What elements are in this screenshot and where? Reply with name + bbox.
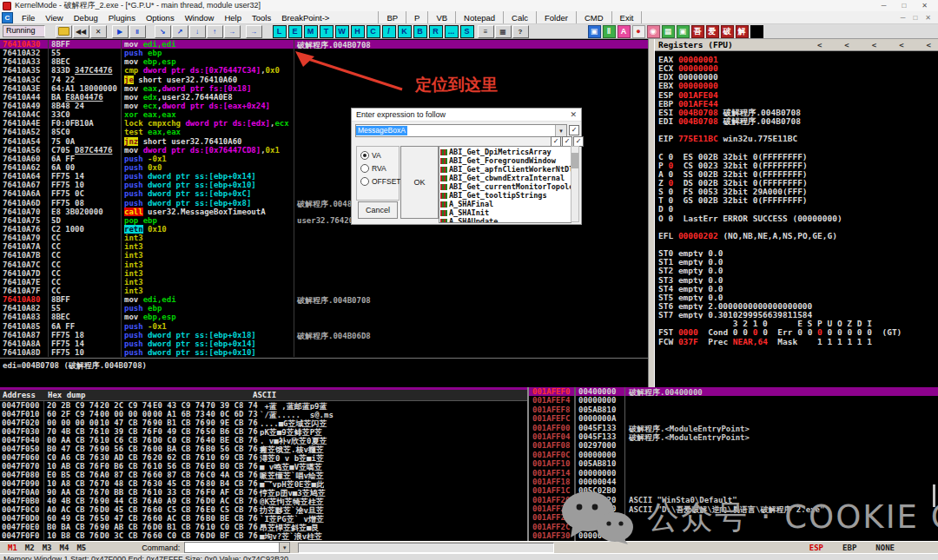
stack-row[interactable]: 001AFF24005B8710ASCII "D:\吾爱破解\逆向\易语言\破解… [529, 504, 938, 513]
disasm-row[interactable]: 76410A7BCCint3 [0, 251, 648, 260]
jie-icon[interactable]: 解 [736, 25, 749, 38]
option-checkbox-1[interactable]: ✓ [569, 125, 579, 135]
dialog-title-bar[interactable]: Enter expression to follow ✕ [352, 109, 581, 122]
register-line[interactable]: ST5 empty 0.0 [658, 293, 938, 301]
register-line[interactable]: ESI 004B0708 破解程序.004B0708 [658, 108, 938, 116]
open-file-button[interactable] [56, 25, 72, 38]
disasm-row[interactable]: 76410A35833D 347C4476cmp dword ptr ds:[0… [0, 66, 648, 75]
stack-row[interactable]: 001AFF10005AB810 [529, 459, 938, 468]
disasm-row[interactable]: 76410A7DCCint3 [0, 269, 648, 278]
letter-button-C[interactable]: C [367, 25, 380, 38]
hex-dump-row[interactable]: 0047F07010 AB CB 76F0 B6 CB 7610 56 CB 7… [0, 462, 527, 471]
hex-dump-row[interactable]: 0047F01060 2F C9 7400 00 00 0000 A1 6B 7… [0, 410, 527, 418]
rewind-button[interactable]: ◀◀ [73, 25, 89, 38]
letter-button-T[interactable]: T [320, 25, 334, 38]
record-icon[interactable]: ● [632, 25, 645, 38]
register-line[interactable] [658, 222, 938, 231]
letter-button-B[interactable]: B [413, 25, 427, 38]
stack-row[interactable]: 001AFF000045F133破解程序.<ModuleEntryPoint> [529, 424, 938, 432]
hex-dump-row[interactable]: 0047F0A090 AA CB 7670 BB CB 7610 33 CB 7… [0, 488, 527, 497]
help-icon[interactable]: ? [512, 25, 529, 38]
stack-row[interactable]: 001AFEF8005AB810 [529, 405, 938, 414]
close-icon[interactable]: ✕ [921, 2, 928, 10]
register-line[interactable]: ST6 empty 2.0000000000000000000 [658, 301, 938, 310]
collapse-icon[interactable]: < [844, 41, 849, 49]
letter-button-E[interactable]: E [288, 25, 302, 38]
radio-va[interactable]: VA [360, 151, 399, 160]
register-line[interactable]: Z 0 DS 002B 32bit 0(FFFFFFFF) [658, 178, 938, 187]
toggle-none[interactable]: NONE [875, 544, 895, 552]
hex-dump-row[interactable]: 0047F00020 2B C9 7420 2C C9 74E0 43 C9 7… [0, 401, 527, 410]
pink-a-icon[interactable]: A [618, 25, 631, 38]
cancel-button[interactable]: Cancel [358, 201, 398, 219]
blue-tool-icon[interactable]: ▣ [588, 25, 601, 38]
radio-rva[interactable]: RVA [360, 164, 399, 173]
register-line[interactable]: ST0 empty 0.0 [658, 248, 938, 257]
green-pause-icon[interactable]: ‖ [603, 25, 616, 38]
register-line[interactable]: D 0 [658, 204, 938, 213]
register-line[interactable]: EBP 001AFE44 [658, 99, 938, 108]
letter-button-more[interactable]: ... [445, 25, 459, 38]
stack-row[interactable]: 001AFF040045F133破解程序.<ModuleEntryPoint> [529, 432, 938, 441]
register-line[interactable]: P 0 CS 0023 32bit 0(FFFFFFFF) [658, 161, 938, 169]
menu-plugins[interactable]: Plugins [103, 13, 141, 23]
symbol-list-item[interactable]: A_SHAUpdate [439, 217, 571, 223]
memory-tab-m3[interactable]: M3 [43, 544, 52, 552]
run-to-selection-button[interactable]: → [224, 25, 241, 38]
memory-tab-m5[interactable]: M5 [76, 544, 86, 552]
register-line[interactable]: EBX 00000000 [658, 81, 938, 89]
letter-button-H[interactable]: H [351, 25, 365, 38]
disasm-row[interactable]: 76410A8DFF75 10push dword ptr ss:[ebp+0x… [0, 348, 648, 357]
stack-row[interactable]: 001AFF0800297000 [529, 441, 938, 450]
register-line[interactable]: O 0 LastErr ERROR_SUCCESS (00000000) [658, 214, 938, 222]
menu-notepad[interactable]: Notepad [455, 11, 503, 23]
disasm-row[interactable]: 76410A79CCint3 [0, 234, 648, 242]
disasm-row[interactable]: 76410A7CCCint3 [0, 260, 648, 269]
hex-dump-row[interactable]: 0047F09010 A8 CB 7670 48 CB 7630 45 CB 7… [0, 479, 527, 488]
disasm-row[interactable]: 76410A3C74 22je short user32.76410A60 [0, 76, 648, 84]
stack-row[interactable]: 001AFF2C00000000 [529, 523, 938, 531]
menu-vb[interactable]: VB [427, 11, 455, 23]
menu-exit[interactable]: Exit [611, 11, 643, 23]
disasm-row[interactable]: 76410A3255push ebp [0, 49, 648, 57]
grid-icon[interactable]: ▦ [495, 25, 512, 38]
hex-dump-row[interactable]: 0047F060C0 A6 CB 7630 AD CB 7620 62 CB 7… [0, 453, 527, 462]
green-screen-icon[interactable]: ▣ [677, 25, 690, 38]
letter-button-K[interactable]: K [398, 25, 412, 38]
chevron-down-icon[interactable]: ▼ [279, 543, 289, 552]
hex-dump-row[interactable]: 0047F04000 AA CB 7610 C6 CB 76D0 C0 CB 7… [0, 436, 527, 445]
letter-button-L[interactable]: L [273, 25, 287, 38]
symbol-list-scrollbar[interactable] [571, 146, 579, 222]
register-line[interactable]: EDI 004B0708 破解程序.004B0708 [658, 116, 938, 125]
command-input[interactable]: ▼ [184, 542, 290, 553]
collapse-icon[interactable]: < [872, 41, 876, 49]
disasm-row[interactable]: 76410A8AFF75 14push dword ptr ss:[ebp+0x… [0, 339, 648, 348]
symbol-list-item[interactable]: ABI_Get_ForegroundWindow [439, 156, 571, 165]
symbol-list-item[interactable]: ABI_Get_apfnClientWorkerNtDll [439, 165, 571, 174]
stack-row[interactable]: 001AFF20005B8420ASCII "WinSta0\Default" [529, 496, 938, 504]
letter-button-S[interactable]: S [460, 25, 474, 38]
ai-icon[interactable]: 爱 [706, 25, 719, 38]
hex-dump-row[interactable]: 0047F0F010 B8 CB 76D0 3C CB 7660 C0 CB 7… [0, 531, 527, 540]
stack-row[interactable]: 001AFF2800000000 [529, 513, 938, 522]
run-button[interactable]: ▶ [112, 25, 129, 38]
stack-row[interactable]: 001AFEFC0000000A [529, 414, 938, 423]
register-line[interactable]: T 0 GS 002B 32bit 0(FFFFFFFF) [658, 195, 938, 204]
menu-help[interactable]: Help [219, 13, 247, 23]
stack-row[interactable]: 001AFEF400000000 [529, 396, 938, 405]
symbol-list-item[interactable]: ABI_Get_cbwndExtraInternal [439, 174, 571, 182]
stack-row[interactable]: 001AFF1C005C02B0 [529, 486, 938, 495]
menu-file[interactable]: File [17, 13, 40, 23]
register-line[interactable]: S 0 FS 0053 32bit 29A000(FFF) [658, 187, 938, 195]
hex-dump-row[interactable]: 0047F02000 00 00 0010 47 CB 7690 B1 CB 7… [0, 418, 527, 427]
stack-row[interactable]: 001AFF3000000000 [529, 531, 938, 540]
letter-button-R[interactable]: R [429, 25, 443, 38]
trace-into-button[interactable]: ↓ [189, 25, 206, 38]
register-line[interactable]: ECX 00000000 [658, 63, 938, 72]
symbol-list-item[interactable]: A_SHAInit [439, 208, 571, 217]
menu-breakpoint[interactable]: BreakPoint-> [276, 13, 334, 23]
hex-dump-row[interactable]: 0047F080E0 B5 CB 76A0 87 CB 7660 87 CB 7… [0, 471, 527, 479]
menu-cmd[interactable]: CMD [576, 11, 611, 23]
menu-folder[interactable]: Folder [536, 11, 576, 23]
mdi-child-icon[interactable]: C [2, 12, 13, 23]
